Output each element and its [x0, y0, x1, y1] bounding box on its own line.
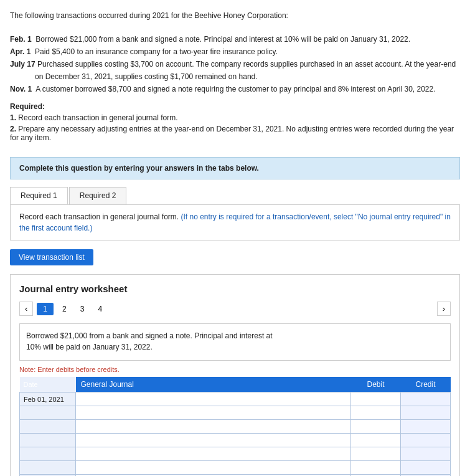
date-cell-3: [20, 420, 76, 434]
debit-input-6[interactable]: [354, 463, 398, 473]
prev-page-button[interactable]: ‹: [19, 302, 33, 316]
note-text: Note: Enter debits before credits.: [19, 366, 451, 373]
debit-input-5[interactable]: [354, 449, 398, 459]
credit-cell-2[interactable]: [401, 406, 451, 420]
intro-main: The following transactions occurred duri…: [10, 10, 460, 21]
table-row: [20, 434, 451, 447]
col-header-date: Date: [20, 377, 76, 393]
tab-required-2[interactable]: Required 2: [69, 187, 127, 204]
intro-line-2: Apr. 1 Paid $5,400 to an insurance compa…: [10, 46, 460, 57]
required-item-2: 2. Prepare any necessary adjusting entri…: [10, 125, 460, 142]
intro-line-1: Feb. 1 Borrowed $21,000 from a bank and …: [10, 34, 460, 45]
journal-input-6[interactable]: [78, 463, 348, 473]
journal-cell-3[interactable]: [76, 420, 351, 434]
intro-section: The following transactions occurred duri…: [10, 10, 460, 95]
credit-cell-1[interactable]: [401, 393, 451, 406]
page-1-button[interactable]: 1: [37, 303, 54, 315]
date-cell-6: [20, 461, 76, 475]
page-4-button[interactable]: 4: [93, 303, 107, 315]
transaction-description: Borrowed $21,000 from a bank and signed …: [19, 323, 451, 361]
credit-input-5[interactable]: [403, 449, 448, 459]
intro-line-3b: on December 31, 2021, supplies costing $…: [35, 71, 460, 82]
debit-cell-3[interactable]: [351, 420, 401, 434]
credit-cell-5[interactable]: [401, 447, 451, 461]
col-header-credit: Credit: [401, 377, 451, 393]
col-header-debit: Debit: [351, 377, 401, 393]
debit-input-4[interactable]: [354, 436, 398, 445]
debit-cell-5[interactable]: [351, 447, 401, 461]
debit-cell-6[interactable]: [351, 461, 401, 475]
date-cell-5: [20, 447, 76, 461]
pagination: ‹ 1 2 3 4 ›: [19, 302, 451, 316]
intro-line-3: July 17 Purchased supplies costing $3,70…: [10, 59, 460, 70]
credit-input-2[interactable]: [403, 408, 448, 418]
credit-input-4[interactable]: [403, 436, 448, 445]
instruction-text: Complete this question by entering your …: [19, 164, 259, 173]
intro-line-4: Nov. 1 A customer borrowed $8,700 and si…: [10, 83, 460, 95]
tab-required-1[interactable]: Required 1: [10, 187, 68, 204]
col-header-journal: General Journal: [76, 377, 351, 393]
credit-cell-4[interactable]: [401, 434, 451, 447]
credit-cell-3[interactable]: [401, 420, 451, 434]
debit-cell-2[interactable]: [351, 406, 401, 420]
required-section: Required: 1. Record each transaction in …: [10, 102, 460, 142]
journal-cell-2[interactable]: [76, 406, 351, 420]
view-transaction-list-button[interactable]: View transaction list: [10, 249, 93, 265]
journal-table: Date General Journal Debit Credit Feb 01…: [19, 377, 451, 476]
worksheet-box: Journal entry worksheet ‹ 1 2 3 4 › Borr…: [10, 274, 460, 476]
journal-cell-5[interactable]: [76, 447, 351, 461]
journal-input-4[interactable]: [78, 436, 348, 445]
next-page-button[interactable]: ›: [437, 302, 451, 316]
journal-input-5[interactable]: [78, 449, 348, 459]
worksheet-title: Journal entry worksheet: [19, 283, 451, 294]
required-item-1: 1. Record each transaction in general jo…: [10, 113, 460, 122]
debit-input-2[interactable]: [354, 408, 398, 418]
date-cell-1: Feb 01, 2021: [20, 393, 76, 406]
debit-cell-4[interactable]: [351, 434, 401, 447]
tabs-row: Required 1 Required 2: [10, 187, 460, 204]
required-label: Required:: [10, 102, 460, 111]
credit-input-3[interactable]: [403, 422, 448, 432]
table-row: [20, 406, 451, 420]
journal-cell-1[interactable]: [76, 393, 351, 406]
tabs-container: Required 1 Required 2: [10, 187, 460, 204]
table-row: [20, 447, 451, 461]
tab-main-text: Record each transaction in general journ…: [19, 212, 179, 221]
table-row: Feb 01, 2021: [20, 393, 451, 406]
journal-input-1[interactable]: [78, 394, 348, 404]
debit-cell-1[interactable]: [351, 393, 401, 406]
instruction-box: Complete this question by entering your …: [10, 157, 460, 179]
tab-content-area: Record each transaction in general journ…: [10, 204, 460, 240]
journal-cell-4[interactable]: [76, 434, 351, 447]
journal-input-3[interactable]: [78, 422, 348, 432]
debit-input-1[interactable]: [354, 394, 398, 404]
date-cell-4: [20, 434, 76, 447]
page-2-button[interactable]: 2: [57, 303, 72, 315]
credit-input-6[interactable]: [403, 463, 448, 473]
journal-input-2[interactable]: [78, 408, 348, 418]
debit-input-3[interactable]: [354, 422, 398, 432]
table-row: [20, 461, 451, 475]
date-cell-2: [20, 406, 76, 420]
table-row: [20, 420, 451, 434]
credit-input-1[interactable]: [403, 394, 448, 404]
journal-cell-6[interactable]: [76, 461, 351, 475]
credit-cell-6[interactable]: [401, 461, 451, 475]
page-3-button[interactable]: 3: [75, 303, 90, 315]
